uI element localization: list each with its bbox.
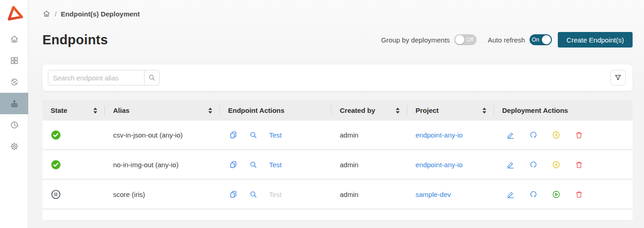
deploy-icon — [10, 99, 19, 108]
toggle-knob — [455, 35, 464, 44]
auto-refresh-label: Auto refresh — [488, 36, 525, 44]
app-logo[interactable] — [0, 0, 28, 24]
edit-pencil-icon — [506, 131, 515, 139]
state-badge — [51, 159, 61, 170]
inspect-endpoint-button[interactable] — [249, 190, 258, 199]
breadcrumb-home-link[interactable] — [42, 10, 51, 18]
test-link[interactable]: Test — [269, 191, 282, 198]
project-link[interactable]: endpoint-any-io — [415, 161, 462, 169]
play-deployment-button[interactable] — [552, 190, 561, 199]
sidebar-item-home[interactable] — [0, 28, 28, 50]
search-input[interactable] — [48, 70, 144, 85]
copy-endpoint-button[interactable] — [229, 190, 238, 199]
sort-icon[interactable] — [208, 107, 213, 114]
page-header: Endpoints Group by deployments Off Auto … — [42, 32, 633, 48]
state-paused-icon — [51, 189, 61, 200]
edit-pencil-icon — [506, 190, 515, 199]
sidebar-item-pipelines[interactable] — [0, 71, 28, 93]
edit-deployment-button[interactable] — [506, 160, 515, 169]
copy-icon — [229, 160, 238, 169]
create-endpoints-button[interactable]: Create Endpoint(s) — [558, 32, 633, 48]
search-icon — [249, 131, 258, 139]
endpoint-alias: no-in-img-out (any-io) — [113, 161, 178, 169]
column-header-created-by: Created by — [332, 100, 407, 121]
state-badge — [51, 189, 61, 200]
restart-deployment-button[interactable] — [529, 160, 538, 169]
sort-icon[interactable] — [482, 107, 487, 114]
column-header-state: State — [42, 100, 105, 121]
copy-icon — [229, 190, 238, 199]
sidebar-item-projects[interactable] — [0, 50, 28, 71]
restart-icon — [529, 131, 538, 139]
inspect-endpoint-button[interactable] — [249, 131, 258, 139]
trash-icon — [575, 190, 583, 199]
filter-button[interactable] — [610, 70, 626, 85]
table-header: State Alias Endpoint Actions Created by — [42, 100, 633, 121]
created-by-value: admin — [340, 161, 358, 169]
table-row: csv-in-json-out (any-io) Test admin endp… — [42, 121, 633, 150]
auto-refresh-toggle[interactable]: On — [530, 34, 552, 45]
column-header-project: Project — [407, 100, 494, 121]
search-button[interactable] — [144, 70, 159, 85]
restart-icon — [529, 160, 538, 169]
edit-deployment-button[interactable] — [506, 190, 515, 199]
project-link[interactable]: sample-dev — [415, 191, 451, 198]
sidebar-item-settings[interactable] — [0, 136, 28, 157]
table-body: csv-in-json-out (any-io) Test admin endp… — [42, 121, 633, 210]
home-icon — [10, 34, 19, 44]
mlrun-logo-icon — [5, 4, 23, 22]
home-icon — [42, 10, 51, 18]
table-row: score (iris) Test admin sample-dev — [42, 180, 633, 210]
toggle-state-label: Off — [466, 37, 473, 43]
test-link[interactable]: Test — [269, 161, 282, 169]
restart-deployment-button[interactable] — [529, 190, 538, 199]
sidebar-item-history[interactable] — [0, 114, 28, 136]
search-toolbar — [42, 64, 633, 91]
inspect-endpoint-button[interactable] — [249, 160, 258, 169]
column-header-alias: Alias — [105, 100, 220, 121]
created-by-value: admin — [340, 131, 358, 139]
restart-deployment-button[interactable] — [529, 131, 538, 139]
toggle-knob — [542, 35, 551, 44]
column-header-endpoint-actions: Endpoint Actions — [220, 100, 332, 121]
breadcrumb-separator: / — [55, 10, 57, 18]
created-by-value: admin — [340, 191, 358, 198]
pause-deployment-button[interactable] — [552, 160, 561, 169]
sort-icon[interactable] — [395, 107, 400, 114]
state-badge — [51, 130, 61, 140]
sync-check-icon — [10, 77, 19, 87]
edit-pencil-icon — [506, 160, 515, 169]
search-group — [48, 70, 160, 85]
sidebar-item-deployments[interactable] — [0, 93, 28, 114]
restart-icon — [529, 190, 538, 199]
delete-deployment-button[interactable] — [575, 131, 583, 139]
table-row: no-in-img-out (any-io) Test admin endpoi… — [42, 150, 633, 180]
pause-circle-icon — [552, 160, 561, 169]
pause-deployment-button[interactable] — [552, 131, 561, 139]
group-by-toggle[interactable]: Off — [454, 34, 477, 45]
trash-icon — [575, 131, 583, 139]
project-link[interactable]: endpoint-any-io — [415, 131, 462, 139]
copy-icon — [229, 131, 238, 139]
column-header-deployment-actions: Deployment Actions — [494, 100, 633, 121]
header-controls: Group by deployments Off Auto refresh On… — [381, 32, 633, 48]
copy-endpoint-button[interactable] — [229, 160, 238, 169]
sidebar — [0, 0, 28, 228]
search-icon — [249, 190, 258, 199]
copy-endpoint-button[interactable] — [229, 131, 238, 139]
sort-icon[interactable] — [93, 107, 98, 114]
breadcrumb-current: Endpoint(s) Deployment — [61, 10, 140, 18]
edit-deployment-button[interactable] — [506, 131, 515, 139]
test-link[interactable]: Test — [269, 131, 282, 139]
delete-deployment-button[interactable] — [575, 190, 583, 199]
gear-icon — [10, 142, 19, 151]
state-running-icon — [51, 159, 61, 170]
group-by-label: Group by deployments — [381, 36, 450, 44]
breadcrumb: / Endpoint(s) Deployment — [42, 0, 633, 18]
delete-deployment-button[interactable] — [575, 160, 583, 169]
filter-funnel-icon — [614, 74, 622, 82]
search-icon — [249, 160, 258, 169]
sidebar-nav — [0, 28, 28, 157]
main-content: / Endpoint(s) Deployment Endpoints Group… — [28, 0, 644, 228]
endpoints-table: State Alias Endpoint Actions Created by — [42, 100, 633, 220]
